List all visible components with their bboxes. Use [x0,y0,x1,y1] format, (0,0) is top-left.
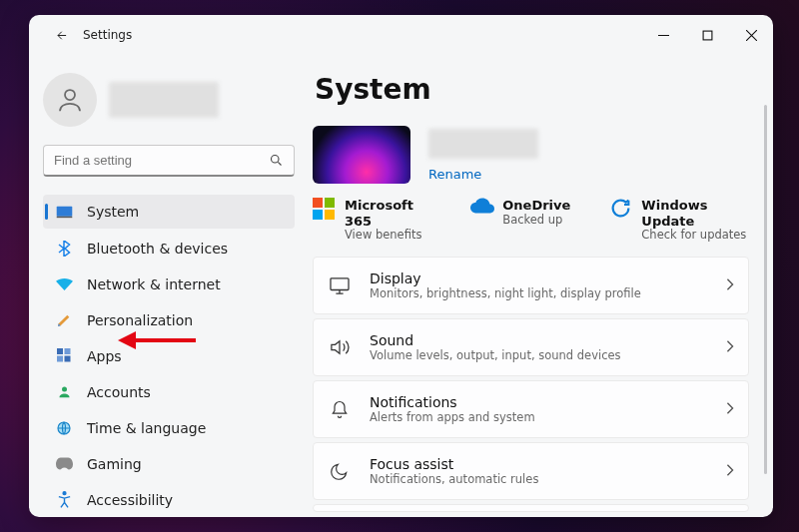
person-icon [55,85,85,115]
card-subtitle: Notifications, automatic rules [370,472,708,486]
svg-rect-6 [64,348,70,354]
service-title: Windows Update [641,198,749,229]
card-display[interactable]: DisplayMonitors, brightness, night light… [313,257,749,314]
settings-cards: DisplayMonitors, brightness, night light… [313,257,749,517]
rename-link[interactable]: Rename [428,167,538,182]
card-subtitle: Volume levels, output, input, sound devi… [370,348,708,362]
nav-item-personalization[interactable]: Personalization [43,303,295,337]
nav-label: Network & internet [87,276,221,292]
service-title: Microsoft 365 [345,198,430,229]
titlebar: Settings [29,15,773,55]
service-subtitle: View benefits [345,229,430,243]
nav-label: Bluetooth & devices [87,241,228,257]
nav-item-apps[interactable]: Apps [43,339,295,373]
device-thumbnail[interactable] [313,126,410,184]
svg-rect-7 [57,356,63,362]
minimize-icon [658,30,669,41]
card-title: Display [370,270,708,286]
search-icon [269,153,284,168]
settings-window: Settings [29,15,773,517]
nav-label: Personalization [87,312,193,328]
chevron-right-icon [726,461,734,480]
paintbrush-icon [55,311,73,329]
gaming-icon [55,455,73,473]
card-subtitle: Monitors, brightness, night light, displ… [370,286,708,300]
page-heading: System [315,73,749,106]
user-name-redacted [109,82,219,118]
svg-point-9 [62,387,67,392]
minimize-button[interactable] [641,15,685,55]
close-button[interactable] [729,15,773,55]
display-icon [328,276,352,294]
globe-icon [55,419,73,437]
svg-rect-13 [331,278,349,290]
nav-label: Accessibility [87,492,173,508]
svg-rect-5 [57,348,63,354]
search-field[interactable] [43,145,295,177]
nav-item-accessibility[interactable]: Accessibility [43,483,295,517]
nav-label: Gaming [87,456,142,472]
onedrive-icon [470,198,492,220]
sound-icon [328,338,352,356]
window-controls [641,15,773,55]
chevron-right-icon [726,337,734,356]
system-icon [55,203,73,221]
device-name-redacted [428,129,538,159]
nav-label: System [87,204,139,220]
service-onedrive[interactable]: OneDriveBacked up [470,198,570,243]
content-area: System Rename Microsoft 365View benefits [309,55,773,517]
service-windows-update[interactable]: Windows UpdateCheck for updates [610,198,749,243]
wifi-icon [55,275,73,293]
app-title: Settings [83,28,132,42]
chevron-right-icon [726,275,734,294]
card-focus-assist[interactable]: Focus assistNotifications, automatic rul… [313,442,749,500]
svg-point-2 [272,156,280,164]
nav-list: System Bluetooth & devices Network & int… [43,195,295,517]
user-profile[interactable] [43,73,295,127]
nav-item-system[interactable]: System [43,195,295,229]
moon-icon [328,461,352,481]
nav-item-time-language[interactable]: Time & language [43,411,295,445]
back-button[interactable] [43,18,77,52]
svg-point-12 [63,492,66,495]
svg-rect-4 [56,217,72,218]
card-subtitle: Alerts from apps and system [370,410,708,424]
accounts-icon [55,383,73,401]
nav-label: Time & language [87,420,206,436]
nav-item-bluetooth[interactable]: Bluetooth & devices [43,231,295,265]
microsoft365-icon [313,198,335,220]
nav-item-gaming[interactable]: Gaming [43,447,295,481]
nav-label: Apps [87,348,122,364]
nav-label: Accounts [87,384,151,400]
maximize-button[interactable] [685,15,729,55]
services-row: Microsoft 365View benefits OneDriveBacke… [313,198,749,243]
card-partial[interactable] [313,504,749,512]
bluetooth-icon [55,240,73,258]
service-subtitle: Check for updates [641,229,749,243]
service-microsoft365[interactable]: Microsoft 365View benefits [313,198,430,243]
service-title: OneDrive [502,198,570,214]
svg-rect-8 [64,356,70,362]
chevron-right-icon [726,399,734,418]
card-sound[interactable]: SoundVolume levels, output, input, sound… [313,318,749,376]
card-title: Sound [370,332,708,348]
scrollbar[interactable] [764,105,767,474]
svg-rect-3 [56,207,72,217]
svg-point-1 [65,90,75,100]
avatar [43,73,97,127]
arrow-left-icon [53,28,68,43]
nav-item-network[interactable]: Network & internet [43,267,295,301]
device-row: Rename [313,126,749,184]
card-notifications[interactable]: NotificationsAlerts from apps and system [313,380,749,438]
apps-icon [55,347,73,365]
service-subtitle: Backed up [502,214,570,228]
windows-update-icon [610,198,631,220]
maximize-icon [702,30,713,41]
close-icon [746,30,757,41]
nav-item-accounts[interactable]: Accounts [43,375,295,409]
search-input[interactable] [54,153,269,168]
sidebar: System Bluetooth & devices Network & int… [29,55,309,517]
bell-icon [328,399,352,419]
accessibility-icon [55,491,73,509]
svg-rect-0 [703,31,712,40]
